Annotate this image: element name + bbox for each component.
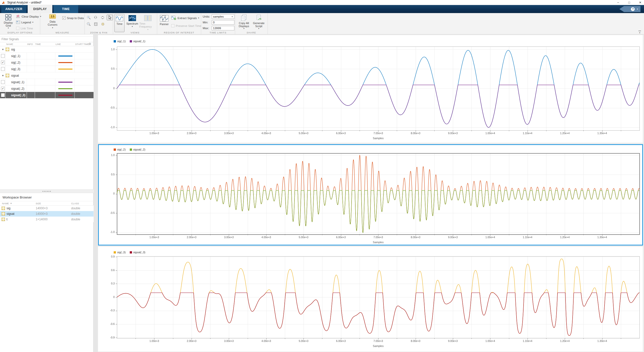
signal-checkbox[interactable] [1,54,5,58]
chevron-down-icon[interactable]: ▾ [637,8,638,10]
legend: sig(:,1)sigsat(:,1) [114,40,149,43]
workspace-row[interactable]: sigsat14000×3double [0,211,94,217]
zoom-y-button[interactable] [100,15,106,20]
copy-all-displays-button[interactable]: Copy All Displays ▾ [237,15,251,30]
panel-splitter-handle[interactable] [0,189,94,193]
tab-display[interactable]: DISPLAY [28,5,52,13]
data-cursors-button[interactable]: 2.5 Data Cursors ▾ [45,14,60,29]
minimize-button[interactable]: – [616,1,620,4]
zoom-in-button[interactable] [85,15,92,20]
display-1[interactable]: sig(:,1)sigsat(:,1) [98,35,643,143]
expander-icon[interactable]: ▼ [2,48,4,51]
signal-group-row[interactable]: ▼sigsat [0,72,94,79]
tab-time[interactable]: TIME [54,5,78,13]
section-share: Copy All Displays ▾ Generate Script ▾ SH… [235,13,268,34]
title-bar: Signal Analyzer - untitled* – □ ✕ [0,0,644,5]
column-separator [5,53,6,59]
extract-signals-label: Extract Signals [178,17,197,20]
sort-ascending-icon[interactable]: ▲ [10,202,12,204]
signal-row[interactable]: ✓sig(:,2) [0,59,94,66]
close-button[interactable]: ✕ [638,1,642,4]
signal-checkbox[interactable] [1,67,5,71]
workspace-header: NAME ▲ SIZE CLASS [0,201,94,206]
maximize-button[interactable]: □ [627,1,631,4]
column-name[interactable]: NAME [6,43,13,45]
help-icon[interactable]: ? [631,7,635,11]
preserve-start-time-label: Preserve Start Time [176,24,201,27]
max-input[interactable] [212,26,234,30]
column-line[interactable]: LINE [56,43,61,45]
column-class[interactable]: CLASS [71,202,79,205]
column-separator [74,59,75,66]
line-color-swatch[interactable] [58,62,72,63]
signal-row[interactable]: sigsat(:,1) [0,79,94,85]
line-color-swatch[interactable] [58,56,72,57]
help-menu[interactable]: ? ▾ [619,6,640,12]
panner-tool-button[interactable] [100,21,106,27]
units-select[interactable]: samples ▼ [212,14,234,19]
plot-canvas-2[interactable] [99,145,642,245]
signal-row[interactable]: sig(:,1) [0,53,94,59]
display-3[interactable]: sig(:,3)sigsat(:,3) [98,247,643,351]
window-controls: – □ ✕ [616,0,642,5]
time-frequency-view-button: Time-Frequency ▾ [139,14,156,32]
section-region-of-interest: Panner Extract Signals ▾ Preserve Start … [157,13,201,34]
gear-icon[interactable]: ⚙ [89,42,91,46]
snap-to-data-checkbox[interactable]: ✓ Snap to Data [62,16,84,20]
generate-script-button[interactable]: Generate Script ▾ [252,15,266,30]
spectrum-view-button[interactable]: Spectrum ▾ [126,14,139,32]
time-view-button[interactable]: Time [114,14,124,32]
generate-script-icon [256,15,262,21]
pointer-select-button[interactable] [107,15,113,20]
column-start-time[interactable]: START TIME [75,43,89,45]
legend-button[interactable]: Legend ▾ [16,21,33,24]
column-size[interactable]: SIZE [36,202,41,205]
window-title: Signal Analyzer - untitled* [7,1,42,4]
signal-row[interactable]: sig(:,3) [0,66,94,72]
signal-checkbox-checked[interactable]: ✓ [1,87,5,90]
chevron-down-icon: ▾ [258,28,259,30]
display-2-selected[interactable]: sig(:,2)sigsat(:,2) [98,144,643,245]
legend-item: sig(:,2) [114,148,126,151]
copy-all-label: Copy All [239,22,249,25]
display-grid-button[interactable]: Display Grid ▾ [2,14,15,29]
column-time[interactable]: TIME [35,43,41,45]
clear-display-button[interactable]: Clear Display ▾ [16,15,41,18]
checkbox-checked-icon[interactable]: ✓ [62,16,66,20]
time-frequency-view-icon [144,15,152,21]
variable-class: double [71,212,80,216]
signal-checkbox-checked[interactable]: ✓ [1,61,5,64]
column-info[interactable]: INFO [27,43,33,45]
collapse-ribbon-button[interactable]: ▴ [638,31,641,33]
zoom-x-button[interactable] [93,15,99,20]
workspace-row[interactable]: t1×14000double [0,217,94,222]
line-color-swatch[interactable] [58,88,72,89]
signal-checkbox[interactable] [1,80,5,84]
zoom-out-button[interactable] [85,21,92,27]
column-name[interactable]: NAME [2,202,9,205]
filter-signals-input[interactable]: Filter Signals [0,36,94,42]
extract-signals-button[interactable]: Extract Signals ▾ [171,16,199,20]
min-input[interactable] [212,20,234,25]
signal-group-row[interactable]: ▼sig [0,46,94,53]
max-label: Max: [203,27,212,30]
signal-row[interactable]: ✓sigsat(:,2) [0,85,94,92]
line-color-swatch[interactable] [58,69,72,70]
vertical-splitter[interactable] [94,34,98,352]
expander-icon[interactable]: ▼ [2,74,4,77]
line-color-swatch[interactable] [58,95,72,96]
fit-to-view-button[interactable] [93,21,99,27]
chevron-down-icon: ▾ [243,28,244,30]
time-view-label: Time [116,22,122,25]
plot-canvas-1[interactable] [98,35,643,143]
column-separator [55,53,55,59]
workspace-row[interactable]: sig14000×3double [0,206,94,211]
panner-button[interactable]: Panner [159,14,170,32]
plot-canvas-3[interactable] [98,247,643,351]
signal-checkbox[interactable] [1,93,5,97]
column-separator [55,85,55,92]
tab-analyzer[interactable]: ANALYZER [1,5,26,13]
signal-row[interactable]: sigsat(:,3) [0,92,94,98]
signal-name: sigsat(:,2) [11,87,24,90]
line-color-swatch[interactable] [58,82,72,83]
